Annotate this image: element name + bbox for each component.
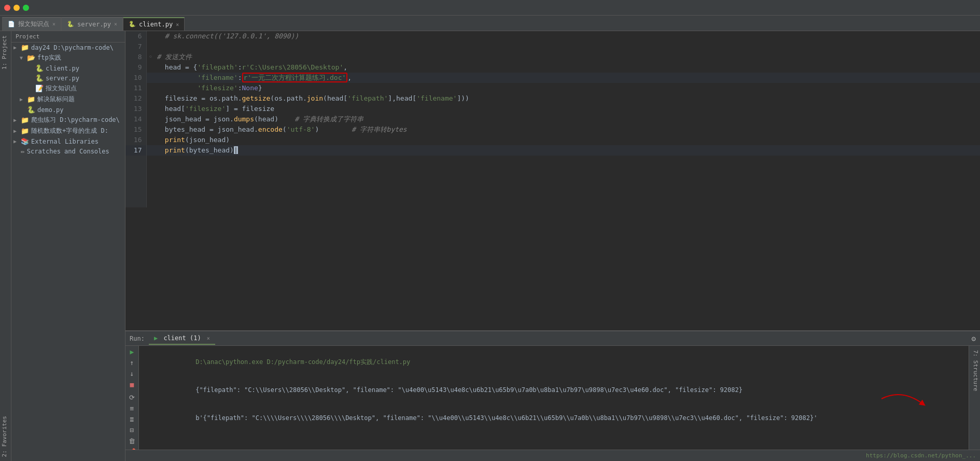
code-editor[interactable]: 6 # sk.connect(('127.0.0.1', 8090)) 7 8 … — [125, 31, 980, 330]
project-label: Project — [16, 33, 39, 40]
tab-close-报文知识点[interactable]: × — [52, 21, 55, 27]
tab-label-报文知识点: 报文知识点 — [18, 20, 49, 29]
code-line-16: 16 print(json_head) — [125, 135, 980, 145]
arrow-day24: ▶ — [13, 45, 20, 50]
line-code-11: 'filesize':None} — [146, 83, 980, 93]
console-wrapper: D:\anac\python.exe D:/pycharm-code/day24… — [139, 346, 969, 450]
line-code-14: json_head = json.dumps(head) # 字典转换成了字符串 — [146, 114, 980, 124]
arrow-ftp: ▼ — [20, 55, 26, 61]
line-num-11: 11 — [125, 83, 146, 93]
line-num-17: 17 — [125, 145, 146, 156]
scroll-up-button[interactable]: ↑ — [128, 359, 137, 367]
arrow-ext-libs: ▶ — [13, 138, 20, 144]
code-table: 6 # sk.connect(('127.0.0.1', 8090)) 7 8 … — [125, 31, 980, 207]
label-client-py: client.py — [46, 65, 79, 72]
label-shubiao: 解决鼠标问题 — [37, 95, 75, 104]
scroll-down-button[interactable]: ↓ — [128, 370, 137, 378]
line-code-6: # sk.connect(('127.0.0.1', 8090)) — [146, 31, 980, 41]
main-area: 1: Project 2: Favorites Project ▶ 📁 day2… — [0, 31, 980, 461]
py-icon-server: 🐍 — [35, 74, 44, 82]
sidebar-header: Project — [11, 31, 125, 43]
run-button[interactable]: ▶ — [128, 348, 137, 356]
doc-tab-icon: 📄 — [8, 21, 15, 28]
line-code-16: print(json_head) — [146, 135, 980, 145]
settings-icon[interactable]: ⚙ — [972, 334, 976, 343]
bottom-panel-body: ▶ ↑ ↓ ■ ⟳ ≡ ≣ ⊟ 🗑 📌 D:\anac\python.exe D… — [125, 346, 980, 450]
line-num-15: 15 — [125, 124, 146, 135]
code-line-18 — [125, 156, 980, 166]
label-day24: day24 D:\pycharm-code\ — [31, 44, 114, 51]
tree-day24[interactable]: ▶ 📁 day24 D:\pycharm-code\ — [11, 43, 125, 52]
tree-ftp[interactable]: ▼ 📂 ftp实践 — [11, 52, 125, 63]
scratch-icon: ✏️ — [21, 147, 25, 155]
code-line-14: 14 json_head = json.dumps(head) # 字典转换成了… — [125, 114, 980, 124]
sidebar-item-favorites[interactable]: 2: Favorites — [0, 412, 11, 461]
line-code-9: head = {'filepath':r'C:\Users\28056\Desk… — [146, 62, 980, 73]
line-code-17: print(bytes_head)| — [146, 145, 980, 156]
editor-area: 6 # sk.connect(('127.0.0.1', 8090)) 7 8 … — [125, 31, 980, 461]
console-output[interactable]: D:\anac\python.exe D:/pycharm-code/day24… — [139, 346, 969, 450]
status-url: https://blog.csdn.net/python_... — [866, 452, 976, 459]
line-code-13: head['filesize'] = filesize — [146, 104, 980, 114]
code-line-7: 7 — [125, 41, 980, 52]
tree-demo-py[interactable]: 🐍 demo.py — [11, 105, 125, 115]
tab-server-py[interactable]: 🐍 server.py × — [61, 17, 123, 31]
code-line-6: 6 # sk.connect(('127.0.0.1', 8090)) — [125, 31, 980, 41]
tab-close-server-py[interactable]: × — [114, 21, 117, 27]
console-json-line: {"filepath": "C:\\Users\\28056\\Desktop"… — [143, 376, 964, 404]
tree-suijishu[interactable]: ▶ 📁 随机数或数+字母的生成 D: — [11, 125, 125, 136]
console-bytes-line: b'{"filepath": "C:\\\\Users\\\\28056\\\\… — [143, 404, 964, 450]
py-icon-client: 🐍 — [35, 64, 44, 72]
line-num-7: 7 — [125, 41, 146, 52]
tree-ext-libs[interactable]: ▶ 📚 External Libraries — [11, 136, 125, 146]
line-num-6: 6 — [125, 31, 146, 41]
folder-icon-day24: 📁 — [21, 44, 29, 51]
stop-button[interactable]: ■ — [128, 381, 137, 388]
menu2-button[interactable]: ≣ — [128, 415, 137, 423]
rerun-button[interactable]: ⟳ — [128, 394, 137, 401]
close-window-button[interactable] — [4, 5, 10, 11]
folder-icon-ftp: 📂 — [27, 54, 35, 62]
clear-button[interactable]: 🗑 — [128, 437, 137, 445]
label-pachuang: 爬虫练习 D:\pycharm-code\ — [31, 116, 120, 124]
line-num-empty — [125, 166, 146, 207]
code-line-empty — [125, 166, 980, 207]
status-bar: https://blog.csdn.net/python_... — [125, 450, 980, 461]
menu1-button[interactable]: ≡ — [128, 404, 137, 412]
code-line-11: 11 'filesize':None} — [125, 83, 980, 93]
tree-scratches[interactable]: ✏️ Scratches and Consoles — [11, 146, 125, 156]
window-controls — [4, 5, 29, 11]
code-line-12: 12 filesize = os.path.getsize(os.path.jo… — [125, 93, 980, 104]
editor-tab-bar: 📄 报文知识点 × 🐍 server.py × 🐍 client.py × — [0, 16, 980, 31]
code-line-10: 10 'filename':r'一元二次方程计算题练习.doc', — [125, 73, 980, 83]
tree-shubiao[interactable]: ▶ 📁 解决鼠标问题 — [11, 94, 125, 105]
folder-icon-ext-libs: 📚 — [21, 137, 29, 145]
label-suijishu: 随机数或数+字母的生成 D: — [31, 127, 108, 135]
tab-报文知识点[interactable]: 📄 报文知识点 × — [2, 17, 61, 31]
line-num-16: 16 — [125, 135, 146, 145]
tab-close-client-py[interactable]: × — [176, 22, 179, 27]
project-sidebar: Project ▶ 📁 day24 D:\pycharm-code\ ▼ 📂 f… — [11, 31, 125, 461]
line-code-7 — [146, 41, 980, 52]
close-all-button[interactable]: ⊟ — [128, 426, 137, 434]
arrow-shubiao: ▶ — [20, 96, 26, 102]
tab-run-client[interactable]: ▶ client (1) × — [149, 332, 215, 345]
maximize-window-button[interactable] — [23, 5, 29, 11]
py-tab-icon-client: 🐍 — [129, 21, 136, 28]
line-code-8: ◦ # 发送文件 — [146, 52, 980, 62]
tree-pachuang[interactable]: ▶ 📁 爬虫练习 D:\pycharm-code\ — [11, 115, 125, 125]
sidebar-item-project[interactable]: 1: Project — [0, 31, 11, 74]
tree-baowenzsd[interactable]: 📝 报文知识点 — [11, 83, 125, 94]
line-code-15: bytes_head = json_head.encode('utf-8') #… — [146, 124, 980, 135]
tree-server-py[interactable]: 🐍 server.py — [11, 73, 125, 83]
tab-client-py[interactable]: 🐍 client.py × — [123, 17, 185, 31]
line-num-10: 10 — [125, 73, 146, 83]
structure-tab[interactable]: 7: Structure — [969, 346, 980, 395]
run-tab-icon: ▶ — [154, 334, 158, 342]
run-tab-close[interactable]: × — [207, 336, 210, 341]
label-demo-py: demo.py — [37, 106, 64, 114]
minimize-window-button[interactable] — [13, 5, 20, 11]
tree-client-py[interactable]: 🐍 client.py — [11, 63, 125, 73]
bottom-panel: Run: ▶ client (1) × ⚙ ▶ ↑ ↓ ■ ⟳ — [125, 330, 980, 450]
line-num-14: 14 — [125, 114, 146, 124]
